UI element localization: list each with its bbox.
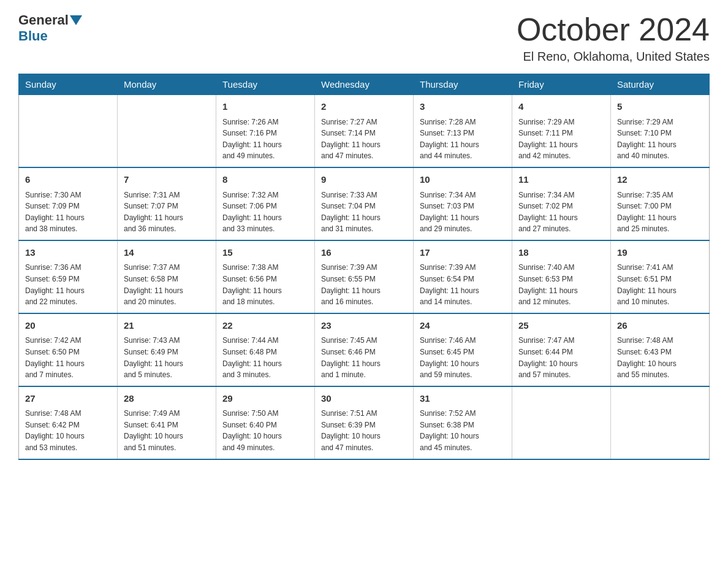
logo-blue-text: Blue <box>18 28 48 44</box>
calendar-day-cell: 2Sunrise: 7:27 AMSunset: 7:14 PMDaylight… <box>315 95 414 167</box>
day-number: 23 <box>321 319 407 333</box>
page-header: General Blue October 2024 El Reno, Oklah… <box>18 12 710 64</box>
day-info: Sunrise: 7:27 AMSunset: 7:14 PMDaylight:… <box>321 117 407 162</box>
day-number: 13 <box>25 246 111 260</box>
day-number: 26 <box>617 319 703 333</box>
day-of-week-header: Thursday <box>414 74 512 95</box>
calendar-header: SundayMondayTuesdayWednesdayThursdayFrid… <box>19 74 710 95</box>
logo: General Blue <box>18 12 83 44</box>
day-info: Sunrise: 7:44 AMSunset: 6:48 PMDaylight:… <box>222 335 308 380</box>
calendar-day-cell: 20Sunrise: 7:42 AMSunset: 6:50 PMDayligh… <box>19 313 118 386</box>
calendar-week-row: 13Sunrise: 7:36 AMSunset: 6:59 PMDayligh… <box>19 240 710 313</box>
day-info: Sunrise: 7:41 AMSunset: 6:51 PMDaylight:… <box>617 262 703 307</box>
day-number: 2 <box>321 100 407 114</box>
calendar-day-cell: 21Sunrise: 7:43 AMSunset: 6:49 PMDayligh… <box>118 313 216 386</box>
day-number: 22 <box>222 319 308 333</box>
day-info: Sunrise: 7:33 AMSunset: 7:04 PMDaylight:… <box>321 190 407 235</box>
title-section: October 2024 El Reno, Oklahoma, United S… <box>517 12 710 64</box>
day-number: 15 <box>222 246 308 260</box>
calendar-day-cell: 3Sunrise: 7:28 AMSunset: 7:13 PMDaylight… <box>414 95 512 167</box>
calendar-week-row: 6Sunrise: 7:30 AMSunset: 7:09 PMDaylight… <box>19 167 710 240</box>
calendar-week-row: 27Sunrise: 7:48 AMSunset: 6:42 PMDayligh… <box>19 386 710 459</box>
calendar-day-cell: 19Sunrise: 7:41 AMSunset: 6:51 PMDayligh… <box>611 240 710 313</box>
day-number: 14 <box>124 246 210 260</box>
calendar-day-cell: 27Sunrise: 7:48 AMSunset: 6:42 PMDayligh… <box>19 386 118 459</box>
day-number: 30 <box>321 392 407 406</box>
day-info: Sunrise: 7:45 AMSunset: 6:46 PMDaylight:… <box>321 335 407 380</box>
day-number: 4 <box>518 100 604 114</box>
calendar-body: 1Sunrise: 7:26 AMSunset: 7:16 PMDaylight… <box>19 95 710 459</box>
calendar-week-row: 20Sunrise: 7:42 AMSunset: 6:50 PMDayligh… <box>19 313 710 386</box>
day-of-week-header: Saturday <box>611 74 710 95</box>
day-info: Sunrise: 7:51 AMSunset: 6:39 PMDaylight:… <box>321 408 407 453</box>
calendar-day-cell: 8Sunrise: 7:32 AMSunset: 7:06 PMDaylight… <box>216 167 315 240</box>
day-info: Sunrise: 7:36 AMSunset: 6:59 PMDaylight:… <box>25 262 111 307</box>
day-number: 7 <box>124 173 210 187</box>
calendar-day-cell: 6Sunrise: 7:30 AMSunset: 7:09 PMDaylight… <box>19 167 118 240</box>
day-info: Sunrise: 7:31 AMSunset: 7:07 PMDaylight:… <box>124 190 210 235</box>
day-of-week-header: Wednesday <box>315 74 414 95</box>
calendar-day-cell: 11Sunrise: 7:34 AMSunset: 7:02 PMDayligh… <box>512 167 611 240</box>
calendar-week-row: 1Sunrise: 7:26 AMSunset: 7:16 PMDaylight… <box>19 95 710 167</box>
calendar-day-cell: 17Sunrise: 7:39 AMSunset: 6:54 PMDayligh… <box>414 240 512 313</box>
day-info: Sunrise: 7:39 AMSunset: 6:54 PMDaylight:… <box>420 262 506 307</box>
day-info: Sunrise: 7:34 AMSunset: 7:03 PMDaylight:… <box>420 190 506 235</box>
day-of-week-header: Monday <box>118 74 216 95</box>
day-number: 19 <box>617 246 703 260</box>
day-info: Sunrise: 7:42 AMSunset: 6:50 PMDaylight:… <box>25 335 111 380</box>
day-number: 29 <box>222 392 308 406</box>
day-info: Sunrise: 7:49 AMSunset: 6:41 PMDaylight:… <box>124 408 210 453</box>
calendar-day-cell: 29Sunrise: 7:50 AMSunset: 6:40 PMDayligh… <box>216 386 315 459</box>
day-of-week-header: Sunday <box>19 74 118 95</box>
logo-triangle-icon <box>70 15 82 25</box>
calendar-day-cell: 7Sunrise: 7:31 AMSunset: 7:07 PMDaylight… <box>118 167 216 240</box>
day-info: Sunrise: 7:37 AMSunset: 6:58 PMDaylight:… <box>124 262 210 307</box>
day-info: Sunrise: 7:52 AMSunset: 6:38 PMDaylight:… <box>420 408 506 453</box>
day-info: Sunrise: 7:29 AMSunset: 7:11 PMDaylight:… <box>518 117 604 162</box>
calendar-day-cell: 25Sunrise: 7:47 AMSunset: 6:44 PMDayligh… <box>512 313 611 386</box>
calendar-day-cell: 22Sunrise: 7:44 AMSunset: 6:48 PMDayligh… <box>216 313 315 386</box>
day-number: 27 <box>25 392 111 406</box>
day-info: Sunrise: 7:48 AMSunset: 6:43 PMDaylight:… <box>617 335 703 380</box>
calendar-day-cell: 5Sunrise: 7:29 AMSunset: 7:10 PMDaylight… <box>611 95 710 167</box>
day-of-week-header: Friday <box>512 74 611 95</box>
day-number: 6 <box>25 173 111 187</box>
location-text: El Reno, Oklahoma, United States <box>517 50 710 64</box>
calendar-day-cell: 14Sunrise: 7:37 AMSunset: 6:58 PMDayligh… <box>118 240 216 313</box>
day-info: Sunrise: 7:38 AMSunset: 6:56 PMDaylight:… <box>222 262 308 307</box>
month-title: October 2024 <box>517 12 710 47</box>
day-info: Sunrise: 7:34 AMSunset: 7:02 PMDaylight:… <box>518 190 604 235</box>
day-info: Sunrise: 7:32 AMSunset: 7:06 PMDaylight:… <box>222 190 308 235</box>
calendar-day-cell: 9Sunrise: 7:33 AMSunset: 7:04 PMDaylight… <box>315 167 414 240</box>
calendar-table: SundayMondayTuesdayWednesdayThursdayFrid… <box>18 74 710 459</box>
day-number: 24 <box>420 319 506 333</box>
day-info: Sunrise: 7:29 AMSunset: 7:10 PMDaylight:… <box>617 117 703 162</box>
calendar-day-cell: 1Sunrise: 7:26 AMSunset: 7:16 PMDaylight… <box>216 95 315 167</box>
day-info: Sunrise: 7:50 AMSunset: 6:40 PMDaylight:… <box>222 408 308 453</box>
calendar-day-cell: 18Sunrise: 7:40 AMSunset: 6:53 PMDayligh… <box>512 240 611 313</box>
day-number: 21 <box>124 319 210 333</box>
day-number: 25 <box>518 319 604 333</box>
day-number: 12 <box>617 173 703 187</box>
calendar-day-cell: 13Sunrise: 7:36 AMSunset: 6:59 PMDayligh… <box>19 240 118 313</box>
day-number: 10 <box>420 173 506 187</box>
day-number: 3 <box>420 100 506 114</box>
calendar-day-cell: 12Sunrise: 7:35 AMSunset: 7:00 PMDayligh… <box>611 167 710 240</box>
calendar-day-cell: 16Sunrise: 7:39 AMSunset: 6:55 PMDayligh… <box>315 240 414 313</box>
calendar-day-cell: 26Sunrise: 7:48 AMSunset: 6:43 PMDayligh… <box>611 313 710 386</box>
day-header-row: SundayMondayTuesdayWednesdayThursdayFrid… <box>19 74 710 95</box>
day-info: Sunrise: 7:39 AMSunset: 6:55 PMDaylight:… <box>321 262 407 307</box>
day-info: Sunrise: 7:46 AMSunset: 6:45 PMDaylight:… <box>420 335 506 380</box>
day-number: 17 <box>420 246 506 260</box>
calendar-day-cell: 23Sunrise: 7:45 AMSunset: 6:46 PMDayligh… <box>315 313 414 386</box>
calendar-day-cell: 28Sunrise: 7:49 AMSunset: 6:41 PMDayligh… <box>118 386 216 459</box>
day-number: 28 <box>124 392 210 406</box>
logo-general-text: General <box>18 12 69 28</box>
calendar-day-cell: 4Sunrise: 7:29 AMSunset: 7:11 PMDaylight… <box>512 95 611 167</box>
calendar-day-cell <box>611 386 710 459</box>
day-info: Sunrise: 7:47 AMSunset: 6:44 PMDaylight:… <box>518 335 604 380</box>
day-of-week-header: Tuesday <box>216 74 315 95</box>
calendar-day-cell: 15Sunrise: 7:38 AMSunset: 6:56 PMDayligh… <box>216 240 315 313</box>
calendar-day-cell: 24Sunrise: 7:46 AMSunset: 6:45 PMDayligh… <box>414 313 512 386</box>
day-info: Sunrise: 7:35 AMSunset: 7:00 PMDaylight:… <box>617 190 703 235</box>
